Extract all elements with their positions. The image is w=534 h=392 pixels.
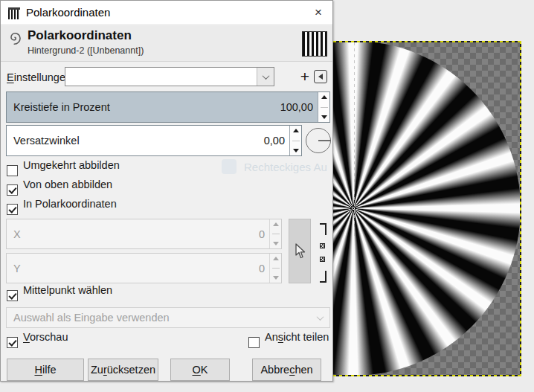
spin-down-icon <box>273 242 279 245</box>
checkbox-map-backwards[interactable] <box>7 165 18 176</box>
dialog-titlebar[interactable]: Polarkoordinaten × <box>1 1 332 25</box>
angle-dial[interactable] <box>306 128 331 153</box>
middle-source-dropdown: Auswahl als Eingabe verwenden <box>6 307 330 328</box>
pole-y-slider: Y 0 <box>6 253 282 283</box>
offset-angle-spinner[interactable] <box>289 126 301 155</box>
preview-label[interactable]: Vorschau <box>23 331 68 343</box>
spin-up-icon <box>273 257 279 260</box>
presets-combobox[interactable] <box>65 67 274 86</box>
dropdown-chevron <box>310 308 329 327</box>
target-layer-label: Hintergrund-2 ([Unbenannt]) <box>28 45 144 56</box>
filter-title: Polarkoordinaten <box>28 28 132 43</box>
preset-menu-button[interactable] <box>314 70 327 83</box>
circle-depth-slider[interactable]: Kreistiefe in Prozent 100,00 <box>6 91 330 123</box>
chevron-down-icon <box>316 313 324 321</box>
pole-x-spinner <box>269 219 281 248</box>
swirl-icon <box>7 30 23 49</box>
pole-x-slider: X 0 <box>6 219 282 249</box>
offset-angle-value[interactable]: 0,00 <box>264 135 285 147</box>
circle-depth-label: Kreistiefe in Prozent <box>13 101 110 113</box>
checkbox-map-from-top[interactable] <box>7 184 18 196</box>
spin-up-icon[interactable] <box>321 95 327 99</box>
guide-line <box>354 42 355 236</box>
split-view-label[interactable]: Ansicht teilen <box>265 331 329 343</box>
chain-broken-icon[interactable] <box>316 222 328 284</box>
spin-down-icon <box>273 276 279 280</box>
offset-angle-slider[interactable]: Versatzwinkel 0,00 <box>6 125 302 156</box>
dialog-header: Polarkoordinaten Hintergrund-2 ([Unbenan… <box>1 26 332 62</box>
dialog-title: Polarkoordinaten <box>26 6 110 19</box>
pole-x-value: 0 <box>259 228 265 240</box>
offset-angle-label: Versatzwinkel <box>13 135 80 147</box>
presets-dropdown-button[interactable] <box>257 68 274 86</box>
pick-coordinates-button[interactable] <box>289 219 311 283</box>
layer-boundary-right <box>520 41 521 376</box>
polar-coordinates-dialog: Polarkoordinaten × Polarkoordinaten Hint… <box>0 0 333 382</box>
pole-x-label: X <box>13 228 21 240</box>
layer-boundary-bottom <box>333 375 521 376</box>
pole-y-spinner <box>269 254 281 283</box>
circle-depth-value[interactable]: 100,00 <box>280 101 313 113</box>
choose-middle-label[interactable]: Mittelpunkt wählen <box>23 284 112 296</box>
help-button[interactable]: Hilfe <box>7 359 84 381</box>
triangle-left-icon <box>318 74 323 80</box>
pole-y-label: Y <box>13 263 21 274</box>
middle-source-value: Auswahl als Eingabe verwenden <box>7 312 310 324</box>
map-backwards-label[interactable]: Umgekehrt abbilden <box>23 159 120 171</box>
chevron-down-icon <box>262 72 269 80</box>
presets-value <box>65 68 257 86</box>
image-canvas[interactable] <box>333 0 534 392</box>
cancel-button[interactable]: Abbrechen <box>252 359 321 381</box>
stripes-plugin-icon <box>8 7 20 19</box>
checkbox-split-view[interactable] <box>248 337 260 348</box>
add-preset-button[interactable]: + <box>297 68 313 86</box>
spin-down-icon[interactable] <box>293 149 299 152</box>
spin-down-icon[interactable] <box>321 115 327 119</box>
checkbox-to-polar[interactable] <box>7 204 18 215</box>
cursor-icon <box>295 243 306 259</box>
pole-y-value: 0 <box>259 263 265 274</box>
ok-button[interactable]: OK <box>170 359 230 381</box>
spin-up-icon[interactable] <box>293 129 299 132</box>
checkbox-preview[interactable] <box>7 337 18 348</box>
source-pattern-thumbnail <box>302 31 327 57</box>
reset-button[interactable]: Zurücksetzen <box>88 359 158 381</box>
checkbox-choose-middle[interactable] <box>7 290 18 301</box>
layer-boundary-top <box>333 41 521 42</box>
map-from-top-label[interactable]: Von oben abbilden <box>23 179 112 190</box>
circle-depth-spinner[interactable] <box>318 92 329 122</box>
close-icon[interactable]: × <box>306 1 331 25</box>
spin-up-icon <box>273 222 279 226</box>
to-polar-label[interactable]: In Polarkoordinaten <box>23 198 117 210</box>
